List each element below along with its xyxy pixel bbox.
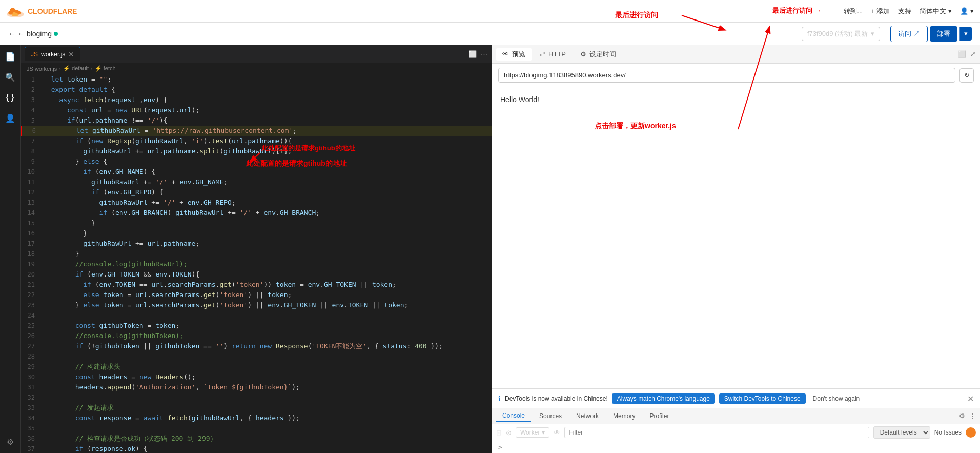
breadcrumb-level1: ⚡ default (63, 65, 89, 72)
code-line: 32 (21, 392, 492, 403)
visit-button[interactable]: 访问 ↗ (890, 26, 928, 42)
annotation-visit: 最后进行访问 → (772, 6, 821, 15)
preview-tab-preview[interactable]: 👁 预览 (496, 48, 532, 61)
devtools-tab-memory[interactable]: Memory (607, 410, 641, 422)
nav-add[interactable]: + 添加 (871, 7, 890, 16)
top-nav-right: 转到... + 添加 支持 简体中文 ▾ 👤 ▾ (844, 7, 974, 16)
breadcrumb-file: JS worker.js (27, 66, 57, 72)
left-sidebar: 📄 🔍 { } 👤 ⚙ (0, 45, 21, 453)
main-area: 📄 🔍 { } 👤 ⚙ JS worker.js ✕ ⬜ ⋯ JS worker… (0, 45, 980, 453)
info-icon: ℹ (498, 395, 501, 403)
preview-expand-icon[interactable]: ⤢ (970, 50, 976, 58)
editor-tab-icons: ⬜ ⋯ (468, 50, 487, 58)
nav-goto[interactable]: 转到... (844, 7, 863, 16)
devtools-tab-network[interactable]: Network (570, 410, 605, 422)
devtools-tabs: Console Sources Network Memory Profiler … (492, 408, 980, 424)
devtools-notification: ℹ DevTools is now available in Chinese! … (492, 389, 980, 408)
editor-tab-worker[interactable]: JS worker.js ✕ (25, 47, 80, 61)
code-line: 37 if (response.ok) { (21, 444, 492, 453)
deploy-buttons: 访问 ↗ 部署 ▾ (890, 26, 972, 42)
editor-tab-name: worker.js (41, 51, 65, 58)
code-line: 31 headers.append('Authorization', `toke… (21, 382, 492, 392)
devtools-tab-console[interactable]: Console (496, 410, 531, 422)
devtools-dots-icon[interactable]: ⋮ (969, 412, 976, 420)
right-panel: 👁 预览 ⇄ HTTP ⚙ 设定时间 ⬜ ⤢ ↻ Hello World! (492, 45, 980, 453)
more-icon[interactable]: ⋯ (481, 50, 487, 58)
code-line: 29 // 构建请求头 (21, 362, 492, 372)
code-line: 25 const githubToken = token; (21, 321, 492, 331)
devtools-gear-icon[interactable]: ⚙ (959, 412, 965, 420)
code-line: 18 } (21, 249, 492, 259)
editor-tab-close[interactable]: ✕ (68, 50, 74, 58)
sidebar-search-icon[interactable]: 🔍 (3, 70, 17, 84)
console-levels-select[interactable]: Default levels (873, 426, 930, 439)
top-nav: CLOUDFLARE 转到... + 添加 支持 简体中文 ▾ 👤 ▾ (0, 0, 980, 23)
console-prompt[interactable]: > (492, 441, 980, 453)
code-line: 17 githubRawUrl += url.pathname; (21, 239, 492, 249)
preview-tabs: 👁 预览 ⇄ HTTP ⚙ 设定时间 ⬜ ⤢ (492, 45, 980, 64)
code-line: 3 async fetch(request ,env) { (21, 95, 492, 105)
console-block-icon[interactable]: ⊡ (496, 429, 502, 437)
code-line: 14 if (env.GH_BRANCH) githubRawUrl += '/… (21, 208, 492, 218)
sidebar-person-icon[interactable]: 👤 (3, 111, 17, 125)
sidebar-code-icon[interactable]: { } (3, 90, 17, 105)
code-line: 9 } else { (21, 156, 492, 167)
preview-tab-http[interactable]: ⇄ HTTP (534, 48, 572, 60)
code-line: 8 githubRawUrl += url.pathname.split(git… (21, 146, 492, 156)
no-issues-label: No Issues (934, 429, 962, 436)
devtools-tab-sources[interactable]: Sources (533, 410, 568, 422)
preview-tab-icons: ⬜ ⤢ (958, 50, 976, 58)
branch-selector[interactable]: f73f90d9 (活动) 最新 ▾ (802, 27, 881, 41)
sidebar-settings-icon[interactable]: ⚙ (3, 435, 17, 449)
worker-back-label: ← blogimg (17, 30, 52, 38)
code-editor[interactable]: 1 let token = ""; 2 export default { 3 a… (21, 74, 492, 453)
always-match-button[interactable]: Always match Chrome's language (612, 393, 715, 404)
code-line: 24 (21, 310, 492, 321)
sidebar-files-icon[interactable]: 📄 (3, 49, 17, 64)
devtools-tab-profiler[interactable]: Profiler (643, 410, 675, 422)
devtools-tab-right-icons: ⚙ ⋮ (959, 412, 976, 420)
breadcrumb-level2: ⚡ fetch (95, 65, 116, 72)
preview-tab-timing[interactable]: ⚙ 设定时间 (574, 48, 622, 61)
console-filter-input[interactable] (564, 427, 869, 438)
console-eye-icon[interactable]: 👁 (554, 429, 560, 437)
preview-url-input[interactable] (498, 68, 955, 83)
split-icon[interactable]: ⬜ (468, 50, 477, 58)
branch-label: f73f90d9 (活动) 最新 (807, 29, 868, 38)
devtools-close-button[interactable]: ✕ (967, 394, 974, 404)
code-line: 28 (21, 351, 492, 362)
preview-content: Hello World! (492, 87, 980, 388)
deploy-arrow-button[interactable]: ▾ (959, 27, 972, 41)
console-clear-icon[interactable]: ⊘ (506, 429, 512, 437)
nav-user-icon[interactable]: 👤 ▾ (960, 7, 974, 15)
code-line: 34 const response = await fetch(githubRa… (21, 413, 492, 423)
code-line: 26 //console.log(githubToken); (21, 331, 492, 341)
editor-breadcrumb: JS worker.js › ⚡ default › ⚡ fetch (21, 63, 492, 74)
code-line: 2 export default { (21, 85, 492, 95)
code-line: 27 if (!githubToken || githubToken == ''… (21, 341, 492, 351)
back-button[interactable]: ← ← blogimg (8, 30, 58, 38)
refresh-button[interactable]: ↻ (959, 68, 974, 83)
cloudflare-name: CLOUDFLARE (28, 7, 77, 15)
dont-show-button[interactable]: Don't show again (810, 393, 863, 404)
deploy-button[interactable]: 部署 (930, 26, 957, 42)
url-bar-container: ↻ (492, 64, 980, 87)
preview-split-icon[interactable]: ⬜ (958, 50, 966, 58)
preview-hello-world: Hello World! (500, 95, 539, 104)
nav-lang[interactable]: 简体中文 ▾ (920, 7, 952, 16)
editor-tab-icon: JS (31, 51, 38, 58)
code-line: 7 if (new RegExp(githubRawUrl, 'i').test… (21, 136, 492, 146)
editor-panel: JS worker.js ✕ ⬜ ⋯ JS worker.js › ⚡ defa… (21, 45, 492, 453)
code-line: 33 // 发起请求 (21, 403, 492, 413)
second-bar: ← ← blogimg f73f90d9 (活动) 最新 ▾ 访问 ↗ 部署 ▾… (0, 23, 980, 45)
cloudflare-logo: CLOUDFLARE (6, 5, 77, 18)
code-line: 10 if (env.GH_NAME) { (21, 167, 492, 177)
code-line: 4 const url = new URL(request.url); (21, 105, 492, 115)
user-avatar (966, 427, 976, 438)
switch-chinese-button[interactable]: Switch DevTools to Chinese (719, 393, 806, 404)
nav-support[interactable]: 支持 (898, 7, 911, 16)
code-line: 21 if (env.TOKEN == url.searchParams.get… (21, 280, 492, 290)
code-line: 12 if (env.GH_REPO) { (21, 187, 492, 198)
worker-selector[interactable]: Worker ▾ (516, 427, 549, 438)
code-line: 15 } (21, 218, 492, 228)
